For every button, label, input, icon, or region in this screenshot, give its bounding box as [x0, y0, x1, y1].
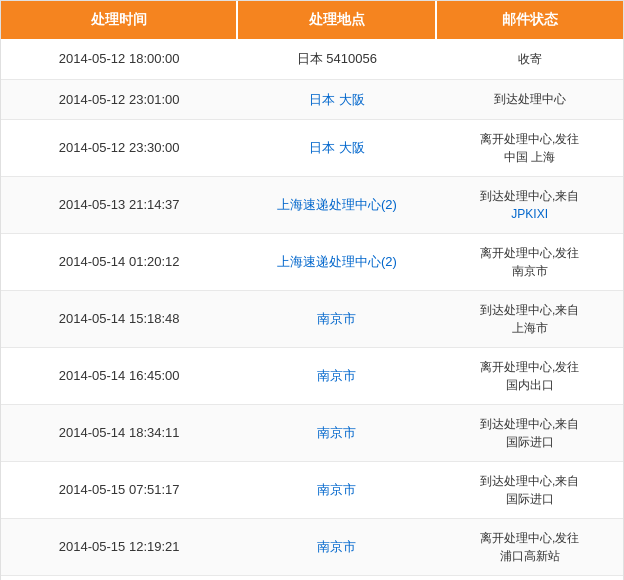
- header-status: 邮件状态: [436, 1, 623, 39]
- header-time: 处理时间: [1, 1, 237, 39]
- cell-location: 南京市: [237, 291, 436, 348]
- table-row: 2014-05-12 23:30:00日本 大阪离开处理中心,发往中国 上海: [1, 120, 623, 177]
- table-row: 2014-05-15 12:19:21南京市离开处理中心,发往浦口高新站: [1, 519, 623, 576]
- cell-status: 离开处理中心,发往国内出口: [436, 348, 623, 405]
- cell-status: 离开处理中心,发往南京市: [436, 234, 623, 291]
- cell-time: 2014-05-14 16:45:00: [1, 348, 237, 405]
- table-row: 2014-05-15 13:40:47浦口高新站到达处理中心,来自南京市: [1, 576, 623, 581]
- cell-location: 上海速递处理中心(2): [237, 234, 436, 291]
- cell-status: 到达处理中心: [436, 79, 623, 120]
- cell-time: 2014-05-14 15:18:48: [1, 291, 237, 348]
- cell-status: 收寄: [436, 39, 623, 79]
- table-row: 2014-05-15 07:51:17南京市到达处理中心,来自国际进口: [1, 462, 623, 519]
- table-row: 2014-05-14 16:45:00南京市离开处理中心,发往国内出口: [1, 348, 623, 405]
- table-body: 2014-05-12 18:00:00日本 5410056收寄2014-05-1…: [1, 39, 623, 580]
- table-row: 2014-05-12 23:01:00日本 大阪到达处理中心: [1, 79, 623, 120]
- header-location: 处理地点: [237, 1, 436, 39]
- cell-location: 日本 大阪: [237, 79, 436, 120]
- table-row: 2014-05-13 21:14:37上海速递处理中心(2)到达处理中心,来自J…: [1, 177, 623, 234]
- cell-time: 2014-05-15 13:40:47: [1, 576, 237, 581]
- cell-status: 到达处理中心,来自JPKIXI: [436, 177, 623, 234]
- table-row: 2014-05-12 18:00:00日本 5410056收寄: [1, 39, 623, 79]
- table-row: 2014-05-14 15:18:48南京市到达处理中心,来自上海市: [1, 291, 623, 348]
- cell-status: 到达处理中心,来自国际进口: [436, 405, 623, 462]
- cell-time: 2014-05-15 12:19:21: [1, 519, 237, 576]
- cell-location: 南京市: [237, 405, 436, 462]
- cell-location: 日本 5410056: [237, 39, 436, 79]
- cell-location: 上海速递处理中心(2): [237, 177, 436, 234]
- cell-location: 日本 大阪: [237, 120, 436, 177]
- cell-time: 2014-05-14 18:34:11: [1, 405, 237, 462]
- table-row: 2014-05-14 01:20:12上海速递处理中心(2)离开处理中心,发往南…: [1, 234, 623, 291]
- cell-location: 南京市: [237, 519, 436, 576]
- cell-time: 2014-05-12 23:30:00: [1, 120, 237, 177]
- cell-time: 2014-05-14 01:20:12: [1, 234, 237, 291]
- cell-status: 离开处理中心,发往浦口高新站: [436, 519, 623, 576]
- cell-time: 2014-05-15 07:51:17: [1, 462, 237, 519]
- cell-location: 南京市: [237, 462, 436, 519]
- cell-location: 浦口高新站: [237, 576, 436, 581]
- cell-time: 2014-05-12 18:00:00: [1, 39, 237, 79]
- cell-status: 到达处理中心,来自上海市: [436, 291, 623, 348]
- cell-location: 南京市: [237, 348, 436, 405]
- table-header-row: 处理时间 处理地点 邮件状态: [1, 1, 623, 39]
- cell-status: 到达处理中心,来自南京市: [436, 576, 623, 581]
- tracking-table: 处理时间 处理地点 邮件状态 2014-05-12 18:00:00日本 541…: [1, 1, 623, 580]
- cell-status: 离开处理中心,发往中国 上海: [436, 120, 623, 177]
- cell-status: 到达处理中心,来自国际进口: [436, 462, 623, 519]
- table-row: 2014-05-14 18:34:11南京市到达处理中心,来自国际进口: [1, 405, 623, 462]
- cell-time: 2014-05-13 21:14:37: [1, 177, 237, 234]
- tracking-table-container: 处理时间 处理地点 邮件状态 2014-05-12 18:00:00日本 541…: [0, 0, 624, 580]
- cell-time: 2014-05-12 23:01:00: [1, 79, 237, 120]
